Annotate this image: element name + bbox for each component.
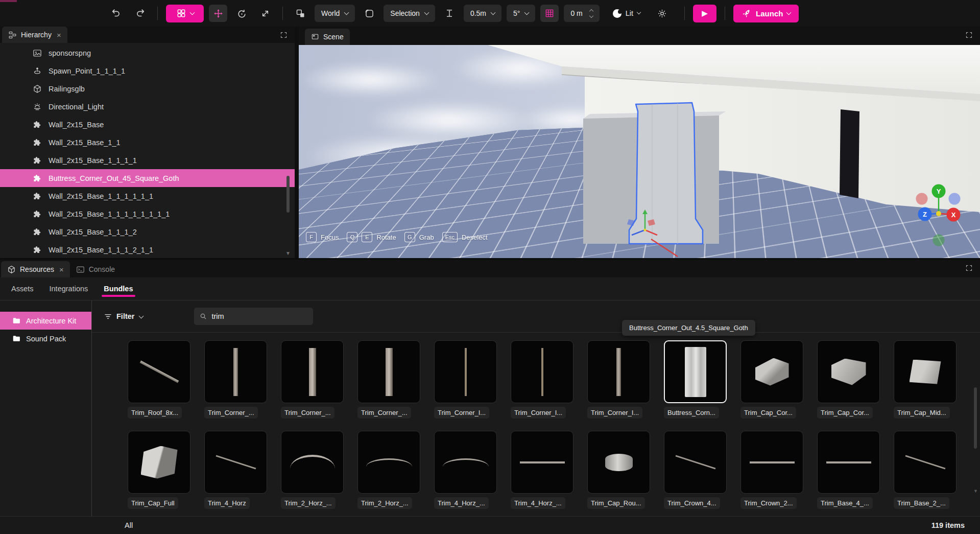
asset-thumbnail xyxy=(511,340,573,403)
asset-card[interactable]: Trim_4_Horz xyxy=(204,431,267,511)
asset-label: Trim_Corner_... xyxy=(204,407,258,419)
footer-all-tab[interactable]: All xyxy=(125,521,133,529)
asset-card[interactable]: Trim_Corner_I... xyxy=(587,340,650,421)
asset-card[interactable]: Trim_Crown_4... xyxy=(664,431,727,511)
asset-card[interactable]: Trim_Base_2_... xyxy=(894,431,957,511)
asset-card[interactable]: Trim_2_Horz_... xyxy=(281,431,344,511)
asset-label: Trim_Roof_8x... xyxy=(128,407,182,419)
grid-height-stepper[interactable]: 0 m xyxy=(564,5,599,22)
chevron-down-icon xyxy=(189,10,195,15)
vertical-extent-icon xyxy=(444,8,455,18)
asset-card[interactable]: Trim_Corner_... xyxy=(357,340,420,421)
scroll-down-arrow[interactable] xyxy=(973,489,978,494)
asset-card[interactable]: Trim_Cap_Cor... xyxy=(817,340,880,421)
hierarchy-item[interactable]: Wall_2x15_Base_1_1_1_1 xyxy=(0,151,295,169)
bundle-folder-item[interactable]: Sound Pack xyxy=(0,330,91,347)
hierarchy-item-icon xyxy=(33,210,42,219)
undo-button[interactable] xyxy=(107,5,126,22)
filter-dropdown[interactable]: Filter xyxy=(104,312,143,321)
stepper-arrows[interactable] xyxy=(590,10,593,17)
rotate-snap-dropdown[interactable]: 5° xyxy=(507,5,535,22)
hint-token: Rotate xyxy=(376,234,396,241)
asset-card[interactable]: Trim_Corner_I... xyxy=(511,340,573,421)
render-mode-dropdown[interactable]: Lit xyxy=(613,9,640,18)
grid-snap-toggle[interactable] xyxy=(540,5,559,22)
hierarchy-icon xyxy=(8,31,17,39)
hierarchy-item[interactable]: Wall_2x15_Base_1_1 xyxy=(0,133,295,151)
hierarchy-item[interactable]: Directional_Light xyxy=(0,98,295,115)
world-space-dropdown[interactable]: World xyxy=(315,5,355,22)
hierarchy-item[interactable]: Spawn_Point_1_1_1_1 xyxy=(0,62,295,80)
hierarchy-item[interactable]: Wall_2x15_Base_1_1_1_2_1_1 xyxy=(0,241,295,259)
hierarchy-item[interactable]: Wall_2x15_Base xyxy=(0,115,295,133)
gizmo-ball-y[interactable]: Y xyxy=(932,184,946,198)
transform-space-button[interactable] xyxy=(291,5,309,22)
scale-tool-button[interactable] xyxy=(256,5,274,22)
asset-card[interactable]: Trim_Cap_Rou... xyxy=(587,431,650,511)
asset-card[interactable]: Trim_Cap_Cor... xyxy=(740,340,803,421)
subtab[interactable]: Bundles xyxy=(103,280,134,298)
redo-button[interactable] xyxy=(131,5,149,22)
tab-scene[interactable]: Scene xyxy=(305,29,350,45)
tab-console[interactable]: Console xyxy=(70,261,121,277)
bundle-folder-label: Sound Pack xyxy=(26,335,66,343)
asset-card[interactable]: Trim_2_Horz_... xyxy=(357,431,420,511)
close-icon[interactable] xyxy=(57,31,61,39)
lit-mode-label: Lit xyxy=(626,9,633,17)
asset-card[interactable]: Trim_Corner_... xyxy=(281,340,344,421)
gizmo-ball-x[interactable]: X xyxy=(947,208,961,222)
asset-card[interactable]: Trim_Crown_2... xyxy=(740,431,803,511)
expand-panel-button[interactable] xyxy=(280,31,288,39)
gizmo-ball-neg-x[interactable] xyxy=(916,193,928,205)
asset-card[interactable]: Trim_Corner_... xyxy=(204,340,267,421)
move-snap-dropdown[interactable]: 0.5m xyxy=(464,5,501,22)
hierarchy-item[interactable]: sponsorspng xyxy=(0,44,295,62)
hierarchy-item-label: Directional_Light xyxy=(49,103,104,111)
close-icon[interactable] xyxy=(59,266,64,273)
asset-library-button[interactable] xyxy=(166,5,204,22)
gizmo-ball-neg-z[interactable] xyxy=(949,193,961,205)
hierarchy-scrollbar[interactable] xyxy=(286,176,290,213)
hierarchy-item[interactable]: Wall_2x15_Base_1_1_1_1_1_1_1_1 xyxy=(0,205,295,223)
asset-card[interactable]: Trim_Base_4_... xyxy=(817,431,880,511)
asset-card[interactable]: Trim_Roof_8x... xyxy=(128,340,190,421)
asset-thumbnail xyxy=(587,431,650,494)
asset-card[interactable]: Trim_4_Horz_... xyxy=(511,431,573,511)
gizmo-ball-z[interactable]: Z xyxy=(918,207,932,221)
orientation-gizmo[interactable]: Y Z X xyxy=(906,181,971,248)
scene-canvas[interactable]: F Focus Q E Rotate G Grab Esc xyxy=(299,45,980,258)
tab-hierarchy[interactable]: Hierarchy xyxy=(2,27,67,43)
hierarchy-list: sponsorspng Spawn_Point_1_1_1_1 Railings… xyxy=(0,43,295,259)
assets-scrollbar[interactable] xyxy=(974,387,977,449)
asset-card[interactable]: Trim_Cap_Full xyxy=(128,431,190,511)
selection-mode-dropdown[interactable]: Selection xyxy=(384,5,435,22)
play-button[interactable] xyxy=(693,5,716,22)
subtab[interactable]: Integrations xyxy=(49,280,89,298)
expand-viewport-button[interactable] xyxy=(965,31,973,39)
bundle-folder-item[interactable]: Architecture Kit xyxy=(0,312,91,330)
hint-token: Q xyxy=(347,232,357,242)
asset-card[interactable]: Trim_Corner_I... xyxy=(434,340,497,421)
search-input[interactable] xyxy=(211,312,298,320)
snap-extent-button[interactable] xyxy=(440,5,459,22)
launch-button[interactable]: Launch xyxy=(733,5,799,22)
hierarchy-item[interactable]: Railingsglb xyxy=(0,80,295,98)
subtab[interactable]: Assets xyxy=(10,280,35,298)
gizmo-ball-neg-y[interactable] xyxy=(933,235,945,246)
move-tool-button[interactable] xyxy=(209,5,227,22)
bundle-folder-label: Architecture Kit xyxy=(26,317,76,325)
rotate-tool-button[interactable] xyxy=(232,5,251,22)
hierarchy-item[interactable]: Wall_2x15_Base_1_1_1_1_1_1 xyxy=(0,187,295,205)
hierarchy-item[interactable]: Buttress_Corner_Out_45_Square_Goth xyxy=(0,169,295,187)
asset-card[interactable]: Trim_4_Horz_... xyxy=(434,431,497,511)
expand-bottom-panel-button[interactable] xyxy=(965,264,973,272)
scene-selected-buttress[interactable] xyxy=(629,103,703,244)
asset-card[interactable]: Trim_Cap_Mid... xyxy=(894,340,957,421)
settings-button[interactable] xyxy=(653,5,671,22)
asset-card[interactable]: Buttress_Corn... xyxy=(664,340,727,421)
tab-resources[interactable]: Resources xyxy=(1,261,70,277)
scroll-down-arrow[interactable] xyxy=(285,250,291,256)
pivot-mode-button[interactable] xyxy=(360,5,378,22)
asset-search[interactable] xyxy=(194,308,313,325)
hierarchy-item[interactable]: Wall_2x15_Base_1_1_1_2 xyxy=(0,223,295,241)
